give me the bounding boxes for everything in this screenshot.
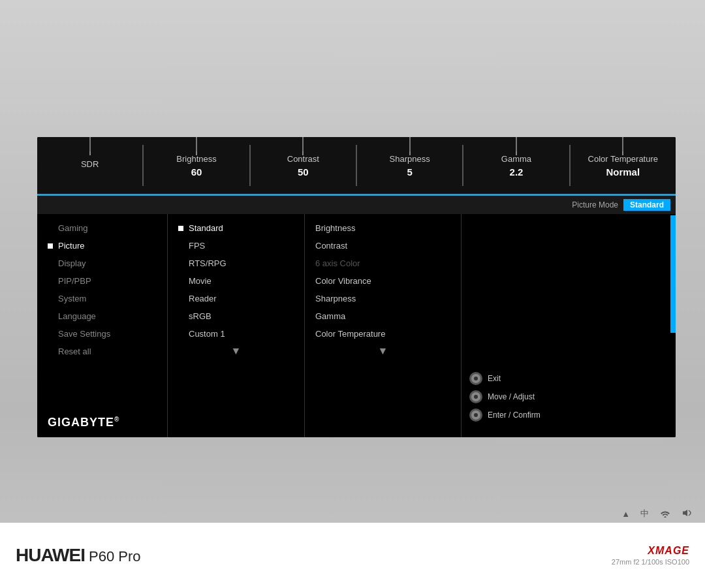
middle-item-srgb[interactable]: sRGB [168,307,304,325]
middle-item-reader[interactable]: Reader [168,290,304,307]
srgb-label: sRGB [189,311,212,321]
system-tray: ▲ 中 [621,508,692,519]
brightness-value: 60 [191,166,202,178]
right-color-temp-label: Color Temperature [315,329,385,339]
right-item-gamma[interactable]: Gamma [305,307,461,325]
pip-label: PIP/PBP [58,276,91,286]
right-6axis-label: 6 axis Color [315,258,360,268]
sidebar-item-pip[interactable]: PIP/PBP [37,272,167,290]
move-label: Move / Adjust [488,392,535,401]
middle-item-fps[interactable]: FPS [168,237,304,255]
save-indicator [48,332,53,337]
right-gamma-label: Gamma [315,311,345,321]
right-down-arrow: ▼ [305,343,461,360]
top-bar-sharpness[interactable]: Sharpness 5 [357,137,462,194]
right-item-6axis[interactable]: 6 axis Color [305,255,461,272]
right-item-sharpness[interactable]: Sharpness [305,290,461,307]
picture-mode-bar: Picture Mode Standard [37,196,676,214]
srgb-indicator [178,314,183,319]
sidebar-item-language[interactable]: Language [37,307,167,325]
rts-indicator [178,261,183,266]
picture-mode-value: Standard [623,199,670,211]
enter-icon [469,409,482,422]
right-column: Brightness Contrast 6 axis Color Color V… [305,214,462,437]
tray-volume-icon [682,508,692,519]
gamma-value: 2.2 [510,166,524,178]
reset-indicator [48,349,53,354]
sidebar-item-save[interactable]: Save Settings [37,325,167,343]
right-vibrance-label: Color Vibrance [315,276,371,286]
exit-icon [469,372,482,385]
top-bar-gamma[interactable]: Gamma 2.2 [463,137,569,194]
contrast-value: 50 [298,166,309,178]
system-indicator [48,296,53,302]
control-exit[interactable]: Exit [469,372,668,385]
sidebar-item-display[interactable]: Display [37,255,167,272]
picture-label: Picture [58,241,84,251]
custom1-label: Custom 1 [189,329,225,339]
rts-label: RTS/RPG [189,258,227,268]
middle-column: Standard FPS RTS/RPG Movie Reader sRGB [168,214,305,437]
scrollbar[interactable] [670,215,676,333]
fps-label: FPS [189,241,205,251]
middle-item-custom1[interactable]: Custom 1 [168,325,304,343]
right-item-vibrance[interactable]: Color Vibrance [305,272,461,290]
right-item-color-temp[interactable]: Color Temperature [305,325,461,343]
color-temp-label: Color Temperature [588,154,658,164]
sharpness-label: Sharpness [390,154,430,164]
gaming-label: Gaming [58,223,88,233]
brightness-label: Brightness [176,154,216,164]
top-bar-brightness[interactable]: Brightness 60 [144,137,249,194]
reset-label: Reset all [58,347,91,356]
sidebar-item-picture[interactable]: Picture [37,237,167,255]
save-label: Save Settings [58,329,110,339]
brand-suffix: ® [114,416,119,423]
right-item-brightness[interactable]: Brightness [305,219,461,237]
controls-column: Exit Move / Adjust Enter / Confirm [462,214,676,437]
right-sharpness-label: Sharpness [315,294,356,303]
display-label: Display [58,258,86,268]
sidebar: Gaming Picture Display PIP/PBP System La… [37,214,168,437]
gamma-label: Gamma [501,154,531,164]
picture-indicator [48,243,53,249]
right-item-contrast[interactable]: Contrast [305,237,461,255]
tray-up-arrow: ▲ [621,509,630,519]
menu-area: Gaming Picture Display PIP/PBP System La… [37,214,676,437]
movie-indicator [178,279,183,284]
custom1-indicator [178,332,183,337]
right-brightness-label: Brightness [315,223,355,233]
sidebar-item-gaming[interactable]: Gaming [37,219,167,237]
language-indicator [48,314,53,319]
system-label: System [58,294,86,303]
sharpness-value: 5 [407,166,412,178]
middle-item-movie[interactable]: Movie [168,272,304,290]
reader-indicator [178,296,183,302]
sdr-label: SDR [81,159,99,169]
top-bar: SDR Brightness 60 Contrast 50 Sharpness … [37,137,676,196]
tray-wifi-icon [659,508,671,519]
standard-indicator [178,226,183,231]
control-move[interactable]: Move / Adjust [469,390,668,403]
xmage-brand: XMAGE [648,545,689,557]
display-indicator [48,261,53,266]
sidebar-item-reset[interactable]: Reset all [37,343,167,360]
picture-mode-label: Picture Mode [572,200,618,209]
exit-label: Exit [488,374,501,383]
top-bar-contrast[interactable]: Contrast 50 [251,137,356,194]
language-label: Language [58,311,96,321]
phone-brand: HUAWEI P60 Pro [16,545,141,566]
phone-bottom-bar: HUAWEI P60 Pro XMAGE 27mm f2 1/100s ISO1… [0,523,705,588]
control-enter[interactable]: Enter / Confirm [469,409,668,422]
top-bar-sdr[interactable]: SDR [37,137,142,194]
fps-indicator [178,243,183,249]
brand-logo: GIGABYTE® [48,416,119,429]
gaming-indicator [48,226,53,231]
middle-item-rts[interactable]: RTS/RPG [168,255,304,272]
top-bar-color-temp[interactable]: Color Temperature Normal [571,137,676,194]
sidebar-item-system[interactable]: System [37,290,167,307]
middle-item-standard[interactable]: Standard [168,219,304,237]
phone-right: XMAGE 27mm f2 1/100s ISO100 [612,545,689,566]
color-temp-value: Normal [606,166,640,178]
middle-down-arrow: ▼ [168,343,304,360]
brand-name: GIGABYTE [48,416,114,429]
